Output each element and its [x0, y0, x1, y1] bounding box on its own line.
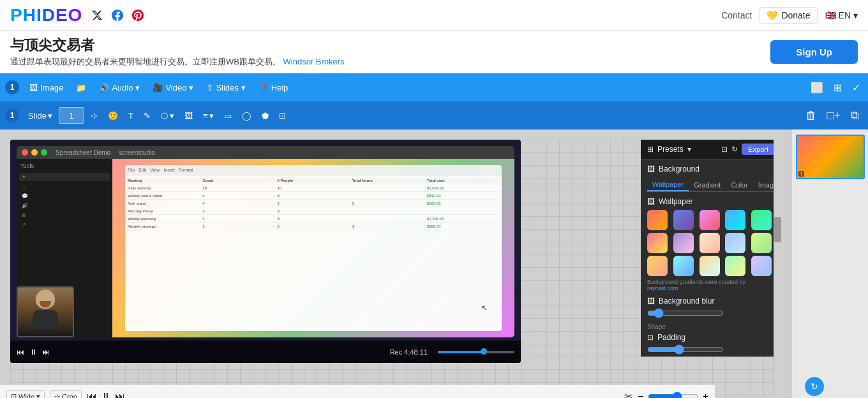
wallpaper-item[interactable] [647, 210, 668, 230]
new-slide-button[interactable]: □+ [823, 107, 844, 124]
ss-col-cost: Total cost [426, 178, 500, 183]
pinterest-icon[interactable] [131, 8, 145, 22]
slides-button[interactable]: ⇧ Slides ▾ [201, 80, 250, 95]
toolbar1-right: ⬜ ⊞ ✓ [808, 79, 863, 96]
border-button[interactable]: ▭ [220, 109, 236, 122]
spreadsheet-overlay: FileEditViewInsertFormat Meeting Count #… [125, 165, 502, 331]
wallpaper-item[interactable] [725, 256, 745, 276]
monitor-icon[interactable]: ⬜ [808, 79, 826, 96]
folder-icon: 📁 [76, 83, 86, 92]
play-controls: ⏮ ⏸ ⏭ [87, 391, 125, 399]
text-button[interactable]: T [124, 109, 137, 122]
text-icon: T [128, 111, 133, 121]
contact-link[interactable]: Contact [721, 10, 752, 20]
transform-button[interactable]: ⊡ [275, 109, 290, 122]
emoji-button[interactable]: 🙂 [104, 109, 122, 122]
video-button[interactable]: 🎥 Video ▾ [147, 80, 198, 95]
wallpaper-item[interactable] [751, 233, 772, 253]
window-icon[interactable]: ⊡ [721, 145, 728, 154]
language-button[interactable]: 🇬🇧 EN ▾ [825, 10, 858, 20]
wallpaper-item[interactable] [725, 233, 745, 253]
image-tool-button[interactable]: 🖼 [181, 109, 197, 122]
folder-button[interactable]: 📁 [71, 80, 91, 95]
wallpaper-item[interactable] [700, 256, 720, 276]
twitter-x-icon[interactable] [90, 8, 104, 22]
promo-link[interactable]: Windsor Brokers [283, 57, 345, 66]
delete-slide-button[interactable]: 🗑 [802, 107, 821, 124]
promo-text: 与顶尖交易者 通过跟单表现最好的交易者来更明智地进行交易。立即注册WB跟单交易。… [10, 36, 345, 68]
ss-col-hours: Total hours [351, 178, 426, 183]
audio-button[interactable]: 🔊 Audio ▾ [94, 80, 145, 95]
skip-back-button[interactable]: ⏮ [87, 391, 97, 399]
play-pause-main-button[interactable]: ⏸ [101, 391, 111, 399]
logo-text: PHIDEO [10, 5, 82, 26]
zoom-slider[interactable] [648, 392, 699, 399]
wallpaper-item[interactable] [751, 256, 772, 276]
emoji-icon: 🙂 [108, 111, 118, 121]
wallpaper-item[interactable] [700, 233, 720, 253]
wide-icon: ⊡ [11, 392, 17, 398]
shapes-button[interactable]: ⬡ ▾ [157, 109, 178, 122]
thumbnail-item[interactable]: 1 [796, 135, 865, 179]
circle-button[interactable]: ◯ [238, 109, 255, 122]
export-button[interactable]: Export [742, 144, 775, 155]
crop-tool-button[interactable]: ⊹ [87, 109, 101, 122]
image-button[interactable]: 🖼 Image [24, 80, 68, 95]
play-next-button[interactable]: ⏭ [42, 348, 50, 357]
check-icon[interactable]: ✓ [849, 79, 863, 96]
tab-wallpaper[interactable]: Wallpaper [647, 179, 689, 191]
copy-slide-button[interactable]: ⧉ [847, 107, 863, 124]
thumbnail-label: 1 [798, 171, 805, 177]
wide-mode-button[interactable]: ⊡ Wide ▾ [6, 390, 45, 398]
nav-left: PHIDEO [10, 5, 145, 26]
crop-button[interactable]: ⊹ Crop [50, 390, 82, 398]
wide-chevron-icon: ▾ [36, 392, 40, 398]
image-add-icon: 🖼 [29, 83, 38, 92]
sync-button[interactable]: ↻ [805, 377, 824, 396]
tab-color[interactable]: Color [726, 179, 752, 191]
refresh-icon[interactable]: ↻ [731, 145, 738, 154]
transform-icon: ⊡ [279, 111, 286, 121]
donate-button[interactable]: 💛 Donate [760, 7, 817, 24]
wallpaper-item[interactable] [751, 210, 772, 230]
scrollbar-thumb[interactable] [774, 217, 781, 242]
vertical-scrollbar[interactable] [774, 140, 781, 397]
wallpaper-item[interactable] [673, 233, 694, 253]
wallpaper-item[interactable] [647, 256, 668, 276]
skip-forward-button[interactable]: ⏭ [115, 391, 125, 399]
pencil-button[interactable]: ✎ [140, 109, 154, 122]
grid-icon[interactable]: ⊞ [831, 79, 844, 96]
signup-button[interactable]: Sign Up [770, 40, 858, 64]
facebook-icon[interactable] [110, 8, 124, 22]
wallpaper-item[interactable] [725, 210, 745, 230]
thumbnail-panel: 1 ↻ [791, 129, 868, 398]
slider-plus-icon: + [703, 391, 708, 399]
wallpaper-item[interactable] [647, 233, 668, 253]
wallpaper-item[interactable] [673, 210, 694, 230]
minimize-dot [31, 149, 38, 156]
wallpaper-item[interactable] [673, 256, 694, 276]
presets-label[interactable]: Presets [657, 145, 684, 154]
play-prev-button[interactable]: ⏮ [17, 348, 24, 357]
maximize-dot [41, 149, 47, 156]
slide-dropdown[interactable]: Slide ▾ [24, 109, 56, 122]
align-icon: ≡ [203, 111, 208, 121]
video-bottom-bar: ⏮ ⏸ ⏭ Rec 4:48:11 [10, 341, 521, 363]
presets-icon: ⊞ [647, 145, 654, 154]
mask-button[interactable]: ⬟ [258, 109, 273, 122]
slide-number-input[interactable] [59, 107, 84, 124]
play-pause-button[interactable]: ⏸ [29, 348, 37, 357]
crop-icon: ⊹ [54, 392, 60, 398]
slider-area: − + [638, 391, 708, 399]
align-button[interactable]: ≡ ▾ [199, 109, 218, 122]
scissors-button[interactable]: ✂ [624, 390, 632, 398]
padding-slider[interactable] [647, 344, 724, 355]
wallpaper-item[interactable] [700, 210, 720, 230]
tab-gradient[interactable]: Gradient [689, 179, 726, 191]
video-preview: Spreadsheet Demo screenstudio Tools ✦ ⬚ … [10, 140, 521, 363]
blur-slider[interactable] [647, 308, 724, 318]
close-dot [22, 149, 28, 156]
help-icon: ❓ [258, 83, 269, 92]
person-shape [29, 290, 61, 334]
help-button[interactable]: ❓ Help [253, 80, 294, 95]
